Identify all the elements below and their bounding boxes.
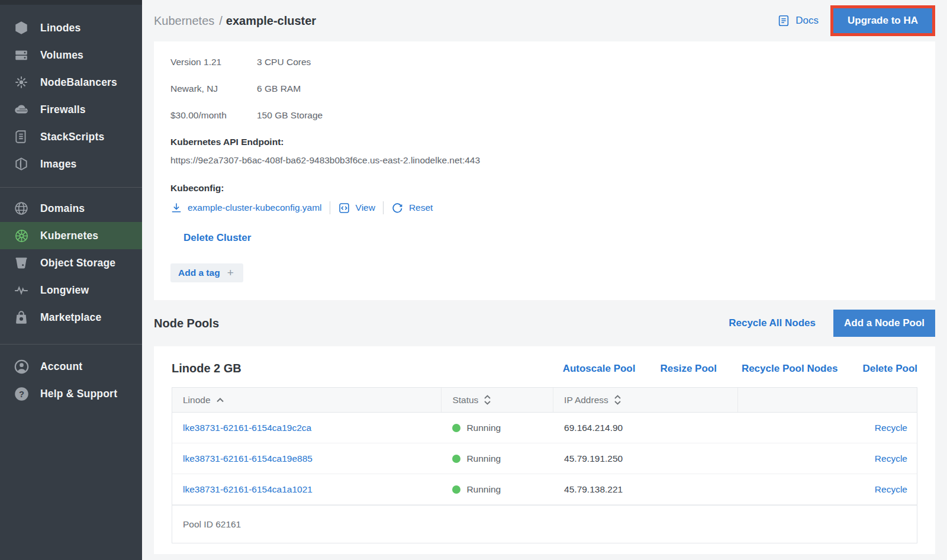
kubeconfig-actions: example-cluster-kubeconfig.yaml View Res… <box>170 201 919 214</box>
column-header-ip-address[interactable]: IP Address <box>553 388 738 412</box>
recycle-node-link[interactable]: Recycle <box>875 453 907 464</box>
node-link[interactable]: lke38731-62161-6154ca19c2ca <box>183 423 311 433</box>
tag-row: Add a tag + <box>170 263 919 282</box>
node-pools-header: Node Pools Recycle All Nodes Add a Node … <box>154 300 935 346</box>
add-node-pool-button[interactable]: Add a Node Pool <box>833 310 935 337</box>
kubeconfig-view-link[interactable]: View <box>338 202 375 214</box>
sidebar-divider <box>0 187 142 188</box>
nodebalancers-icon <box>12 75 31 90</box>
recycle-node-link[interactable]: Recycle <box>875 423 907 433</box>
table-row: lke38731-62161-6154ca1a1021 Running 45.7… <box>172 474 917 505</box>
sidebar-filler <box>0 407 142 560</box>
ip-address: 69.164.214.90 <box>564 423 623 433</box>
kubeconfig-download-link[interactable]: example-cluster-kubeconfig.yaml <box>170 202 322 214</box>
cluster-version: Version 1.21 <box>170 57 257 67</box>
sort-both-icon <box>484 394 491 405</box>
table-row: lke38731-62161-6154ca19e885 Running 45.7… <box>172 443 917 474</box>
cluster-region: Newark, NJ <box>170 83 257 94</box>
api-endpoint-url: https://9e2a7307-b6ac-408f-ba62-9483b0b3… <box>170 155 919 166</box>
resize-pool-link[interactable]: Resize Pool <box>660 363 716 375</box>
sidebar-item-linodes[interactable]: Linodes <box>0 14 142 41</box>
recycle-pool-nodes-link[interactable]: Recycle Pool Nodes <box>742 363 838 375</box>
sidebar-item-label: Help & Support <box>40 388 117 400</box>
vertical-divider <box>330 201 330 214</box>
running-status-dot <box>452 455 460 463</box>
sidebar-item-longview[interactable]: Longview <box>0 276 142 304</box>
cluster-ram: 6 GB RAM <box>257 83 301 94</box>
sidebar-item-volumes[interactable]: Volumes <box>0 41 142 69</box>
sidebar-item-firewalls[interactable]: Firewalls <box>0 96 142 123</box>
node-link[interactable]: lke38731-62161-6154ca1a1021 <box>183 484 313 495</box>
sidebar-item-label: Domains <box>40 202 85 215</box>
sidebar-item-label: NodeBalancers <box>40 76 117 89</box>
api-endpoint-label: Kubernetes API Endpoint: <box>170 137 919 147</box>
kubeconfig-filename: example-cluster-kubeconfig.yaml <box>188 202 322 213</box>
status-cell: Running <box>452 484 501 495</box>
sidebar-nav-secondary: Domains Kubernetes Object Storage Longvi… <box>0 195 142 331</box>
autoscale-pool-link[interactable]: Autoscale Pool <box>563 363 636 375</box>
node-link[interactable]: lke38731-62161-6154ca19e885 <box>183 453 313 464</box>
sidebar-nav-primary: Linodes Volumes NodeBalancers Firewalls … <box>0 5 142 178</box>
sidebar-item-domains[interactable]: Domains <box>0 195 142 222</box>
status-label: Running <box>466 484 501 495</box>
sidebar-divider <box>0 344 142 345</box>
docs-icon <box>777 14 790 27</box>
code-view-icon <box>338 202 350 214</box>
images-icon <box>12 156 31 172</box>
view-label: View <box>356 202 375 213</box>
main-content: Kubernetes/example-cluster Docs Upgrade … <box>142 0 947 560</box>
sidebar: Linodes Volumes NodeBalancers Firewalls … <box>0 0 142 560</box>
breadcrumb-section[interactable]: Kubernetes <box>154 14 214 27</box>
recycle-node-link[interactable]: Recycle <box>875 484 907 495</box>
upgrade-to-ha-button[interactable]: Upgrade to HA <box>833 8 932 33</box>
cluster-summary-card: Version 1.21 3 CPU Cores Newark, NJ 6 GB… <box>154 41 935 300</box>
sidebar-item-object-storage[interactable]: Object Storage <box>0 249 142 276</box>
account-icon <box>12 359 31 375</box>
domains-icon <box>12 201 31 216</box>
sidebar-item-label: Longview <box>40 284 89 297</box>
vertical-divider <box>383 201 384 214</box>
pool-name: Linode 2 GB <box>172 362 241 375</box>
running-status-dot <box>452 424 460 432</box>
spec-row: Newark, NJ 6 GB RAM <box>170 83 919 94</box>
kubeconfig-reset-link[interactable]: Reset <box>391 202 433 214</box>
sidebar-item-label: StackScripts <box>40 131 104 143</box>
breadcrumb-separator: / <box>219 14 223 27</box>
sidebar-item-label: Marketplace <box>40 311 101 324</box>
sidebar-item-marketplace[interactable]: Marketplace <box>0 304 142 331</box>
delete-cluster-button[interactable]: Delete Cluster <box>183 232 251 244</box>
docs-link[interactable]: Docs <box>777 14 819 27</box>
kubernetes-icon <box>12 228 31 244</box>
sidebar-item-nodebalancers[interactable]: NodeBalancers <box>0 69 142 96</box>
status-cell: Running <box>452 453 501 464</box>
cluster-cpu: 3 CPU Cores <box>257 57 311 67</box>
sidebar-item-account[interactable]: Account <box>0 353 142 380</box>
ip-address: 45.79.138.221 <box>564 484 623 495</box>
breadcrumb: Kubernetes/example-cluster <box>154 14 316 28</box>
sidebar-item-label: Linodes <box>40 22 81 34</box>
node-pools-title: Node Pools <box>154 317 219 330</box>
docs-label: Docs <box>795 15 819 27</box>
add-tag-label: Add a tag <box>178 268 220 278</box>
recycle-all-nodes-link[interactable]: Recycle All Nodes <box>729 317 816 329</box>
sidebar-item-images[interactable]: Images <box>0 150 142 178</box>
column-header-linode[interactable]: Linode <box>172 388 442 412</box>
pool-id-footer: Pool ID 62161 <box>172 505 917 543</box>
reset-label: Reset <box>409 202 433 213</box>
sidebar-item-stackscripts[interactable]: StackScripts <box>0 123 142 150</box>
kubeconfig-label: Kubeconfig: <box>170 183 919 194</box>
refresh-icon <box>391 202 404 214</box>
pool-actions: Autoscale Pool Resize Pool Recycle Pool … <box>563 363 917 375</box>
delete-pool-link[interactable]: Delete Pool <box>862 363 917 375</box>
sidebar-item-kubernetes[interactable]: Kubernetes <box>0 222 142 249</box>
sort-asc-icon <box>216 397 224 403</box>
column-label: Linode <box>183 395 211 405</box>
sidebar-item-help-support[interactable]: ? Help & Support <box>0 380 142 407</box>
status-label: Running <box>466 423 501 433</box>
add-tag-button[interactable]: Add a tag + <box>170 263 243 282</box>
column-header-status[interactable]: Status <box>442 388 553 412</box>
table-row: lke38731-62161-6154ca19c2ca Running 69.1… <box>172 413 917 443</box>
sidebar-item-label: Account <box>40 361 82 373</box>
sidebar-item-label: Object Storage <box>40 257 115 269</box>
status-cell: Running <box>452 423 501 433</box>
